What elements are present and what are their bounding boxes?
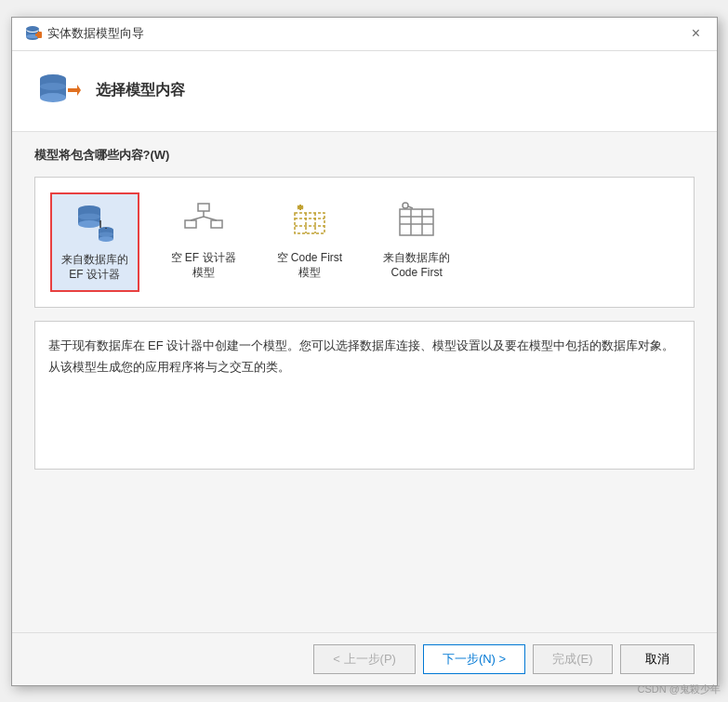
db-ef-icon (73, 202, 117, 246)
option-label-3: 空 Code First模型 (277, 250, 343, 282)
option-label-2: 空 EF 设计器模型 (171, 250, 236, 282)
svg-point-16 (99, 236, 113, 242)
empty-ef-icon (181, 200, 226, 245)
option-empty-ef-designer[interactable]: 空 EF 设计器模型 (162, 192, 245, 289)
finish-button[interactable]: 完成(E) (533, 644, 612, 674)
svg-point-0 (26, 26, 39, 32)
section-label: 模型将包含哪些内容?(W) (34, 147, 695, 164)
footer: < 上一步(P) 下一步(N) > 完成(E) 取消 (12, 632, 717, 685)
titlebar-left: 实体数据模型向导 (23, 24, 144, 43)
svg-line-24 (191, 217, 204, 220)
header-title: 选择模型内容 (96, 81, 185, 100)
svg-point-13 (78, 213, 100, 219)
svg-rect-34 (400, 209, 433, 235)
empty-code-icon (287, 200, 332, 245)
svg-marker-9 (77, 85, 81, 96)
svg-point-39 (403, 203, 408, 208)
main-dialog: 实体数据模型向导 × 选择模型内容 模型将包含哪些内容?(W) (11, 17, 718, 686)
close-button[interactable]: × (687, 24, 706, 43)
content-area: 模型将包含哪些内容?(W) (12, 132, 717, 632)
svg-point-6 (40, 93, 66, 102)
svg-rect-26 (295, 213, 324, 233)
svg-rect-3 (35, 33, 42, 36)
option-ef-designer-from-db[interactable]: 来自数据库的EF 设计器 (50, 192, 139, 293)
svg-rect-21 (185, 220, 196, 228)
option-label-1: 来自数据库的EF 设计器 (61, 252, 128, 284)
description-text: 基于现有数据库在 EF 设计器中创建一个模型。您可以选择数据库连接、模型设置以及… (48, 338, 675, 374)
svg-point-7 (40, 83, 66, 90)
svg-point-17 (99, 232, 113, 236)
back-button[interactable]: < 上一步(P) (313, 644, 416, 674)
header-section: 选择模型内容 (12, 51, 717, 132)
next-button[interactable]: 下一步(N) > (423, 644, 525, 674)
header-icon (34, 68, 81, 114)
svg-point-12 (78, 220, 100, 228)
svg-rect-22 (211, 220, 222, 228)
code-first-db-icon (394, 200, 439, 245)
svg-rect-20 (198, 204, 209, 211)
svg-rect-8 (68, 88, 77, 92)
svg-line-25 (204, 217, 217, 220)
svg-line-40 (408, 206, 413, 208)
description-box: 基于现有数据库在 EF 设计器中创建一个模型。您可以选择数据库连接、模型设置以及… (34, 321, 695, 470)
option-code-first-from-db[interactable]: 来自数据库的Code First (374, 192, 459, 289)
model-options-container: 来自数据库的EF 设计器 空 EF 设计器模型 (34, 177, 695, 309)
option-empty-code-first[interactable]: 空 Code First模型 (268, 192, 352, 289)
cancel-button[interactable]: 取消 (620, 644, 695, 674)
titlebar: 实体数据模型向导 × (12, 18, 717, 51)
titlebar-icon (23, 24, 42, 43)
titlebar-title: 实体数据模型向导 (47, 25, 144, 42)
watermark: CSDN @鬼殺少年 (638, 682, 721, 696)
option-label-4: 来自数据库的Code First (383, 250, 450, 282)
